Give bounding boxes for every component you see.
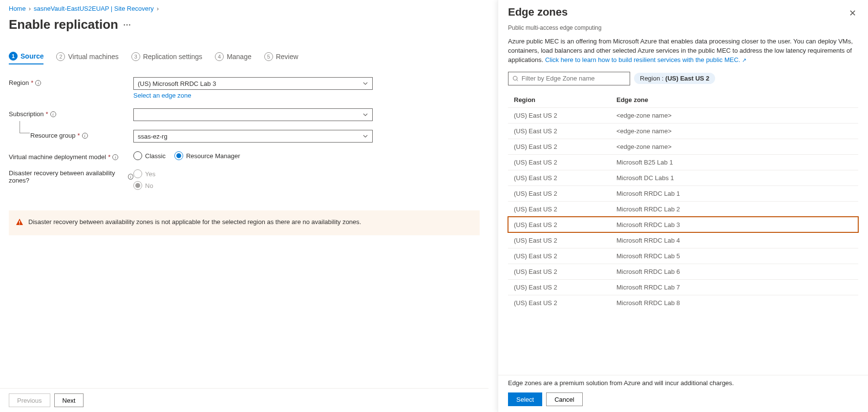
row-edge-zone: <edge-zone name> (616, 127, 672, 135)
edge-zone-row[interactable]: (US) East US 2Microsoft RRDC Lab 8 (508, 295, 858, 310)
row-edge-zone: Microsoft RRDC Lab 8 (616, 299, 680, 307)
cancel-button[interactable]: Cancel (546, 392, 582, 406)
external-link-icon: ↗ (742, 57, 746, 64)
edge-zone-row[interactable]: (US) East US 2Microsoft RRDC Lab 5 (508, 248, 858, 264)
radio-label: Resource Manager (186, 152, 240, 160)
row-region: (US) East US 2 (514, 284, 616, 291)
edge-zones-panel: Edge zones ✕ Public multi-access edge co… (498, 0, 868, 412)
radio-label: No (145, 182, 153, 189)
wizard-steps: 1Source2Virtual machines3Replication set… (9, 52, 480, 64)
row-edge-zone: <edge-zone name> (616, 112, 672, 119)
select-button[interactable]: Select (508, 392, 542, 406)
radio-label: Yes (145, 170, 155, 178)
learn-more-link[interactable]: Click here to learn how to build resilie… (545, 56, 746, 63)
row-edge-zone: Microsoft RRDC Lab 1 (616, 190, 680, 197)
radio-resource-manager[interactable]: Resource Manager (174, 151, 240, 160)
resource-group-dropdown[interactable]: ssas-ez-rg (133, 130, 373, 143)
required-indicator: * (46, 110, 48, 118)
region-dropdown[interactable]: (US) Microsoft RRDC Lab 3 (133, 77, 373, 90)
radio-dr-no: No (133, 181, 153, 190)
wizard-step-source[interactable]: 1Source (9, 52, 43, 64)
chevron-down-icon (362, 133, 368, 139)
warning-banner: Disaster recovery between availability z… (9, 210, 480, 235)
radio-classic[interactable]: Classic (133, 151, 166, 160)
warning-icon (16, 218, 23, 227)
wizard-step-review[interactable]: 5Review (264, 52, 298, 64)
breadcrumb: Home › sasneVault-EastUS2EUAP | Site Rec… (9, 5, 480, 12)
vm-model-label: Virtual machine deployment model (9, 153, 106, 161)
step-label: Source (21, 52, 43, 60)
info-icon[interactable]: i (82, 133, 88, 139)
step-label: Virtual machines (68, 53, 118, 61)
edge-zone-table-header: Region Edge zone (508, 92, 858, 107)
edge-zone-row[interactable]: (US) East US 2Microsoft RRDC Lab 7 (508, 279, 858, 295)
learn-link-text: Click here to learn how to build resilie… (545, 56, 741, 63)
banner-text: Disaster recovery between availability z… (28, 218, 361, 226)
select-edge-zone-link[interactable]: Select an edge zone (133, 92, 191, 99)
wizard-step-manage[interactable]: 4Manage (215, 52, 252, 64)
row-region: (US) East US 2 (514, 127, 616, 135)
dr-zones-label: Disaster recovery between availability z… (9, 169, 126, 184)
wizard-step-virtual-machines[interactable]: 2Virtual machines (56, 52, 118, 64)
breadcrumb-home[interactable]: Home (9, 5, 26, 12)
radio-dr-yes: Yes (133, 169, 155, 178)
row-region: (US) East US 2 (514, 237, 616, 244)
step-number: 2 (56, 52, 65, 61)
row-region: (US) East US 2 (514, 174, 616, 182)
row-edge-zone: Microsoft RRDC Lab 3 (616, 221, 680, 228)
edge-zone-row[interactable]: (US) East US 2Microsoft RRDC Lab 1 (508, 185, 858, 201)
chevron-right-icon: › (157, 5, 159, 12)
edge-zone-row[interactable]: (US) East US 2Microsoft RRDC Lab 6 (508, 264, 858, 279)
edge-zone-row[interactable]: (US) East US 2Microsoft RRDC Lab 3 (508, 217, 858, 232)
edge-zone-row[interactable]: (US) East US 2Microsoft RRDC Lab 4 (508, 232, 858, 248)
step-number: 1 (9, 52, 18, 61)
edge-zone-row[interactable]: (US) East US 2<edge-zone name> (508, 123, 858, 139)
edge-zone-row[interactable]: (US) East US 2Microsoft DC Labs 1 (508, 170, 858, 185)
edge-zone-filter[interactable] (508, 72, 630, 85)
chevron-right-icon: › (29, 5, 31, 12)
subscription-label: Subscription (9, 110, 44, 118)
next-button[interactable]: Next (54, 393, 84, 407)
col-edge: Edge zone (616, 96, 648, 103)
info-icon[interactable]: i (35, 80, 41, 86)
close-icon[interactable]: ✕ (847, 6, 858, 21)
edge-zone-row[interactable]: (US) East US 2Microsoft B25 Lab 1 (508, 154, 858, 170)
subscription-dropdown[interactable] (133, 108, 373, 121)
filter-input-field[interactable] (522, 75, 626, 82)
page-title: Enable replication ⋯ (9, 17, 480, 32)
edge-zone-row[interactable]: (US) East US 2<edge-zone name> (508, 139, 858, 154)
info-icon[interactable]: i (50, 111, 56, 117)
resource-group-label: Resource group (30, 132, 76, 139)
region-filter-pill[interactable]: Region : (US) East US 2 (634, 73, 715, 84)
svg-line-3 (517, 80, 518, 81)
search-icon (512, 75, 519, 82)
row-edge-zone: Microsoft RRDC Lab 7 (616, 284, 680, 291)
row-region: (US) East US 2 (514, 143, 616, 150)
required-indicator: * (31, 79, 33, 86)
row-edge-zone: Microsoft RRDC Lab 4 (616, 237, 680, 244)
required-indicator: * (108, 153, 110, 161)
radio-icon (133, 181, 142, 190)
more-menu-icon[interactable]: ⋯ (123, 20, 131, 29)
step-label: Manage (227, 53, 252, 61)
chevron-down-icon (362, 112, 368, 118)
col-region: Region (514, 96, 616, 103)
row-edge-zone: Microsoft B25 Lab 1 (616, 159, 673, 166)
required-indicator: * (78, 132, 80, 139)
edge-zone-row[interactable]: (US) East US 2Microsoft RRDC Lab 2 (508, 201, 858, 217)
panel-title: Edge zones (508, 6, 568, 19)
row-region: (US) East US 2 (514, 268, 616, 275)
row-region: (US) East US 2 (514, 159, 616, 166)
panel-footer-note: Edge zones are a premium solution from A… (508, 379, 858, 387)
svg-rect-1 (19, 224, 20, 225)
row-edge-zone: <edge-zone name> (616, 143, 672, 150)
info-icon[interactable]: i (128, 174, 133, 180)
edge-zone-row[interactable]: (US) East US 2<edge-zone name> (508, 107, 858, 123)
row-region: (US) East US 2 (514, 190, 616, 197)
breadcrumb-vault[interactable]: sasneVault-EastUS2EUAP | Site Recovery (34, 5, 154, 12)
wizard-step-replication-settings[interactable]: 3Replication settings (131, 52, 202, 64)
svg-rect-0 (19, 221, 20, 223)
info-icon[interactable]: i (112, 154, 118, 160)
row-region: (US) East US 2 (514, 221, 616, 228)
step-number: 3 (131, 52, 140, 61)
